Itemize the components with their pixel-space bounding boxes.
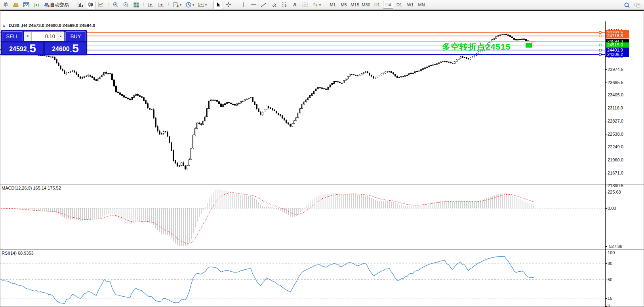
rsi-canvas[interactable] — [0, 249, 605, 306]
new-chart-button[interactable]: ▾ — [171, 1, 183, 9]
rsi-axis-tick — [605, 253, 607, 253]
macd-canvas[interactable] — [0, 184, 605, 248]
price-axis-line — [605, 21, 606, 307]
line-chart-button[interactable] — [96, 1, 106, 9]
periods-button[interactable]: ▾ — [184, 1, 196, 9]
rsi-axis-label: 15 — [608, 296, 612, 301]
line-handle[interactable] — [599, 32, 601, 34]
buy-button[interactable]: BUY — [65, 31, 86, 41]
fibonacci-button[interactable]: F — [280, 1, 289, 9]
tile-windows-button[interactable] — [131, 1, 141, 9]
line-handle[interactable] — [599, 54, 601, 56]
panel-splitter[interactable] — [0, 183, 644, 184]
zin-icon — [112, 2, 119, 8]
rsi-indicator-label: RSI(14) 68.9353 — [2, 251, 34, 255]
collapse-icon[interactable]: ▲ — [2, 24, 6, 27]
vertical-line-button[interactable] — [238, 1, 248, 9]
periods-dropdown-caret[interactable]: ▾ — [192, 3, 194, 7]
level-price-label: 24515.0 — [606, 42, 629, 48]
data-window-button[interactable] — [21, 1, 31, 9]
templates-button[interactable]: ▾ — [196, 1, 208, 9]
zoom-out-button[interactable] — [121, 1, 131, 9]
text-button[interactable]: A — [290, 1, 299, 9]
tline-icon — [261, 2, 267, 8]
equidistant-channel-button[interactable]: E — [269, 1, 279, 9]
label-icon: T — [302, 2, 308, 8]
timeframe-d1-button[interactable]: D1 — [394, 1, 404, 9]
price-axis-label: 21390.5 — [608, 183, 623, 188]
chart-title: ▲ DJ30-,H4 24573.0 24600.0 24569.0 24594… — [2, 23, 95, 28]
timeframe-mn-button[interactable]: MN — [416, 1, 427, 9]
market-watch-button[interactable] — [11, 1, 21, 9]
chart-ohlc-values: 24573.0 24600.0 24569.0 24594.0 — [29, 23, 95, 28]
price-axis-label: 23116.0 — [608, 106, 623, 110]
chart-symbol-period: DJ30-,H4 — [9, 23, 27, 28]
timeframe-m5-button[interactable]: M5 — [339, 1, 349, 9]
zout-icon — [123, 2, 129, 8]
price-axis-label: 23405.0 — [608, 92, 623, 97]
price-axis-label: 22538.0 — [608, 132, 623, 136]
timeframe-m15-button[interactable]: M15 — [350, 1, 360, 9]
pivot-annotation-text[interactable]: 多空转折点24515 — [442, 41, 511, 52]
gold-icon — [13, 2, 19, 8]
bar-chart-button[interactable] — [76, 1, 85, 9]
timeframe-m30-button[interactable]: M30 — [361, 1, 371, 9]
volume-up-button[interactable]: ▲ — [57, 32, 64, 41]
rsi-axis-tick — [605, 280, 607, 280]
crosshair-button[interactable] — [224, 1, 233, 9]
search-button[interactable] — [622, 1, 632, 9]
candles-icon — [88, 2, 94, 8]
templates-dropdown-caret[interactable]: ▾ — [205, 3, 207, 7]
line-handle[interactable] — [599, 49, 601, 51]
volume-stepper: ▼ ▲ — [24, 31, 65, 41]
green-rectangle-object[interactable] — [526, 43, 532, 48]
price-axis-label: 21671.0 — [608, 171, 623, 175]
arrows-button[interactable]: ▾ — [311, 1, 322, 9]
auto-trading-button[interactable]: 自动交易 — [42, 1, 70, 9]
cursor-icon — [215, 2, 221, 8]
volume-down-button[interactable]: ▼ — [24, 32, 32, 41]
auto-scroll-button[interactable] — [146, 1, 156, 9]
rsi-axis-label: 80 — [608, 261, 612, 266]
timeframe-m1-button[interactable]: M1 — [328, 1, 338, 9]
cursor-button[interactable] — [213, 1, 223, 9]
trendline-button[interactable] — [259, 1, 269, 9]
buy-price-display[interactable]: 24600.5 — [45, 42, 86, 54]
chan-icon: E — [271, 2, 277, 8]
price-axis-tick — [605, 186, 607, 186]
chart-window: 11 Dec 201813 Dec 00:0014 Dec 08:0017 De… — [0, 10, 644, 307]
price-chart-canvas[interactable] — [0, 21, 605, 183]
timeframe-w1-button[interactable]: W1 — [405, 1, 415, 9]
zoom-in-button[interactable] — [111, 1, 120, 9]
tmpl-icon — [198, 2, 204, 8]
macd-axis-label: 225.63 — [608, 190, 621, 194]
candlestick-chart-button[interactable] — [86, 1, 95, 9]
sell-price-display[interactable]: 24592.5 — [2, 42, 43, 54]
volume-input[interactable] — [32, 32, 57, 41]
toolbar-separator — [235, 1, 237, 9]
ascroll-icon — [148, 2, 154, 8]
window-icon — [23, 2, 29, 8]
svg-text:T: T — [304, 3, 307, 7]
line-handle[interactable] — [599, 44, 601, 46]
macd-axis-label: 0.00 — [608, 206, 616, 211]
price-axis-label: 23974.5 — [608, 67, 623, 72]
signals-button[interactable] — [32, 1, 41, 9]
cross-icon — [225, 2, 232, 8]
chat-button[interactable] — [633, 1, 642, 9]
rsi-axis-tick — [605, 263, 607, 264]
timeframe-h1-button[interactable]: H1 — [372, 1, 382, 9]
new-order-button[interactable]: 单 — [1, 1, 10, 9]
arrows-dropdown-caret[interactable]: ▾ — [319, 3, 321, 7]
text-label-button[interactable]: T — [300, 1, 310, 9]
new-chart-dropdown-caret[interactable]: ▾ — [180, 3, 181, 7]
toolbar-right — [622, 1, 642, 9]
sell-button[interactable]: SELL — [2, 31, 23, 41]
timeframe-h4-button[interactable]: H4 — [383, 1, 393, 9]
chart-shift-button[interactable] — [156, 1, 166, 9]
line-handle[interactable] — [599, 35, 601, 37]
rsi-axis-label: 100 — [608, 250, 615, 255]
horizontal-line-button[interactable] — [249, 1, 258, 9]
panel-splitter[interactable] — [0, 248, 644, 249]
tile-icon — [133, 2, 139, 8]
